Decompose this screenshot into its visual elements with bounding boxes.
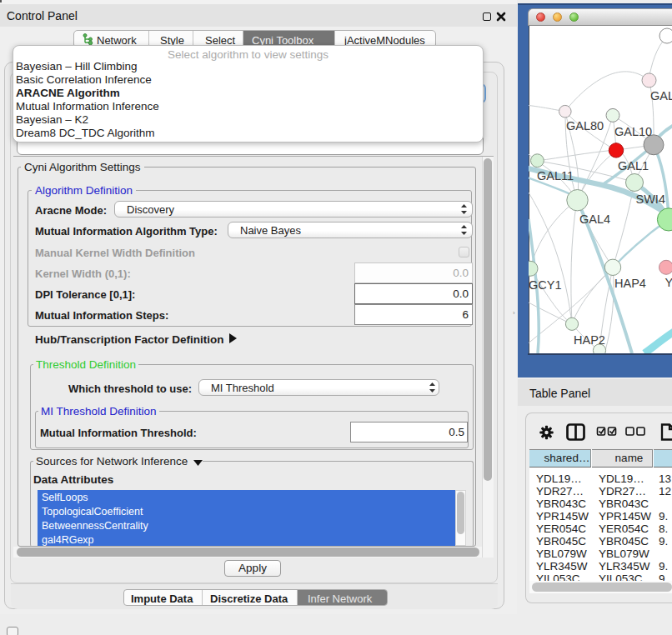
svg-text:GAL11: GAL11 <box>537 169 574 182</box>
svg-text:GAL80: GAL80 <box>566 119 604 132</box>
svg-text:HAP4: HAP4 <box>614 277 646 290</box>
svg-text:SWI4: SWI4 <box>636 192 665 206</box>
svg-text:HAP2: HAP2 <box>574 333 605 347</box>
svg-text:GCY1: GCY1 <box>529 278 562 292</box>
svg-text:GAL10: GAL10 <box>614 125 652 138</box>
svg-text:GAL1: GAL1 <box>618 159 649 172</box>
svg-text:GAL7: GAL7 <box>650 89 672 102</box>
svg-text:Y: Y <box>665 276 672 289</box>
svg-text:GAL4: GAL4 <box>579 212 610 226</box>
